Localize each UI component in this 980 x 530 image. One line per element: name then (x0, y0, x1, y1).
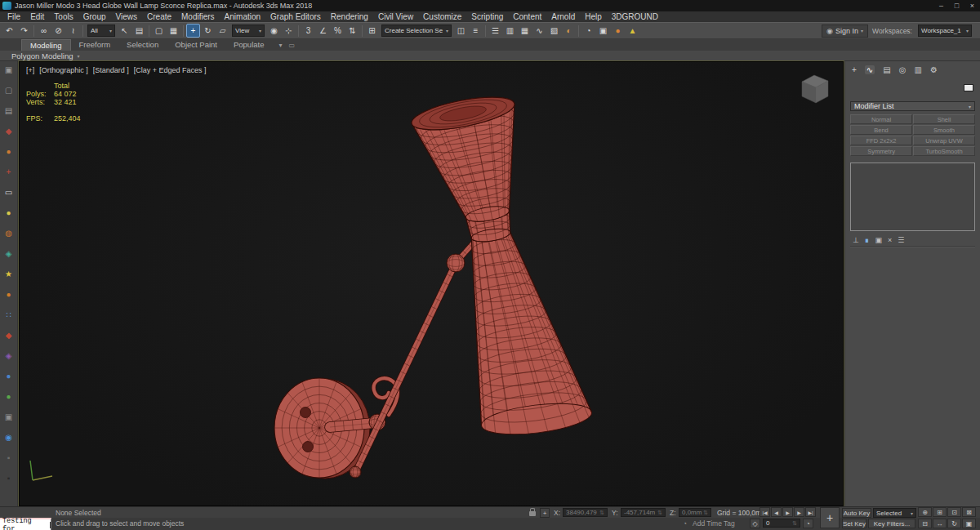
menu-item-arnold[interactable]: Arnold (546, 11, 580, 22)
add-time-tag[interactable]: Add Time Tag (693, 519, 735, 528)
close-button[interactable]: × (964, 0, 980, 11)
ribbon-config-dropdown-icon[interactable]: ▾ (278, 42, 282, 49)
x-coordinate-field[interactable]: 38490,479 (563, 508, 608, 517)
viewport-pov-menu[interactable]: [Orthographic ] (39, 66, 88, 74)
menu-item-scripting[interactable]: Scripting (466, 11, 508, 22)
key-mode-dropdown[interactable]: Selected (873, 508, 916, 518)
menu-item-help[interactable]: Help (580, 11, 607, 22)
snaps-toggle-icon[interactable]: 3 (301, 24, 315, 38)
key-mode-toggle-icon[interactable]: ◇ (750, 519, 760, 528)
modifier-list-dropdown[interactable]: Modifier List (850, 101, 975, 111)
ribbon-tab-selection[interactable]: Selection (118, 39, 167, 51)
left-tool-2-icon[interactable]: ▢ (3, 85, 15, 96)
menu-item-create[interactable]: Create (142, 11, 176, 22)
use-pivot-point-center-icon[interactable]: ◉ (267, 24, 281, 38)
named-selection-sets-dropdown[interactable]: Create Selection Se (381, 24, 452, 37)
modifier-set-button-shell[interactable]: Shell (913, 114, 975, 124)
menu-item-edit[interactable]: Edit (25, 11, 49, 22)
left-tool-21-icon[interactable]: ▪ (3, 473, 15, 483)
percent-snap-toggle-icon[interactable]: % (331, 24, 345, 38)
pin-stack-icon[interactable]: ⊥ (853, 236, 859, 244)
menu-item-views[interactable]: Views (111, 11, 143, 22)
menu-item-customize[interactable]: Customize (418, 11, 466, 22)
material-editor-icon[interactable]: ◐ (562, 24, 576, 38)
modifier-set-button-normal[interactable]: Normal (850, 114, 912, 124)
modifier-stack[interactable] (850, 163, 975, 231)
make-unique-icon[interactable]: ▣ (875, 236, 883, 244)
modifier-set-button-ffd-2x2x2[interactable]: FFD 2x2x2 (850, 136, 912, 145)
minimize-button[interactable]: – (933, 0, 949, 11)
utilities-tab-icon[interactable]: ⚙ (930, 65, 938, 74)
left-tool-19-icon[interactable]: ◉ (3, 432, 15, 443)
viewport-shading-menu[interactable]: [Clay + Edged Faces ] (134, 66, 207, 74)
sign-in-button[interactable]: ◉ Sign In (822, 24, 868, 38)
menu-item-tools[interactable]: Tools (49, 11, 78, 22)
menu-item-rendering[interactable]: Rendering (326, 11, 373, 22)
left-tool-13-icon[interactable]: ∷ (3, 310, 15, 320)
workspace-dropdown[interactable]: Workspace_1 (918, 24, 972, 37)
mirror-icon[interactable]: ◫ (454, 24, 468, 38)
left-tool-18-icon[interactable]: ▣ (3, 412, 15, 422)
select-and-scale-icon[interactable]: ▱ (216, 24, 229, 38)
toggle-ribbon-icon[interactable]: ▦ (518, 24, 532, 38)
viewport-style-menu[interactable]: [Standard ] (93, 66, 129, 74)
show-end-result-icon[interactable]: ∎ (865, 236, 870, 244)
toggle-scene-explorer-icon[interactable]: ☰ (488, 24, 502, 38)
ribbon-tab-modeling[interactable]: Modeling (21, 39, 71, 51)
configure-modifier-sets-icon[interactable]: ☰ (898, 236, 904, 244)
angle-snap-toggle-icon[interactable]: ∠ (316, 24, 330, 38)
select-and-rotate-icon[interactable]: ↻ (201, 24, 215, 38)
ribbon-tab-object-paint[interactable]: Object Paint (167, 39, 225, 51)
curve-editor-icon[interactable]: ∿ (532, 24, 546, 38)
left-tool-6-icon[interactable]: + (3, 167, 15, 177)
ribbon-panel-row[interactable]: Polygon Modeling (0, 51, 980, 61)
left-tool-17-icon[interactable]: ● (3, 391, 15, 402)
select-and-manipulate-icon[interactable]: ⊹ (282, 24, 296, 38)
menu-item-modifiers[interactable]: Modifiers (176, 11, 220, 22)
zoom-extents-all-icon[interactable]: ⊠ (962, 507, 976, 517)
pan-view-icon[interactable]: ↔ (933, 519, 947, 528)
set-key-button[interactable]: Set Key (842, 519, 866, 528)
left-tool-5-icon[interactable]: ● (3, 146, 15, 157)
left-tool-3-icon[interactable]: ▤ (3, 105, 15, 116)
select-and-move-icon[interactable]: + (186, 24, 200, 38)
maxscript-mini-listener[interactable]: Testing for (0, 518, 51, 530)
render-setup-icon[interactable]: ◔ (581, 24, 595, 38)
next-frame-icon[interactable]: ▶ (794, 507, 804, 517)
align-icon[interactable]: ≡ (469, 24, 483, 38)
viewport[interactable]: [+] [Orthographic ] [Standard ] [Clay + … (19, 61, 844, 506)
create-tab-icon[interactable]: + (852, 65, 857, 74)
modifier-set-button-turbosmooth[interactable]: TurboSmooth (913, 146, 975, 156)
zoom-all-icon[interactable]: ⊞ (933, 507, 947, 517)
orbit-icon[interactable]: ↻ (947, 519, 961, 528)
lock-selection-icon[interactable] (529, 511, 536, 516)
minimize-ribbon-icon[interactable]: ▭ (288, 42, 295, 49)
reference-coordinate-system-dropdown[interactable]: View (232, 24, 265, 37)
bind-to-space-warp-icon[interactable]: ≀ (66, 24, 80, 38)
motion-tab-icon[interactable]: ◎ (899, 65, 906, 74)
maximize-button[interactable]: □ (949, 0, 964, 11)
spinner-snap-toggle-icon[interactable]: ⇅ (345, 24, 359, 38)
key-filters-button[interactable]: Key Filters... (868, 519, 915, 528)
rectangular-selection-region-icon[interactable]: ▢ (152, 24, 166, 38)
schematic-view-icon[interactable]: ▧ (547, 24, 561, 38)
hierarchy-tab-icon[interactable]: ▤ (883, 65, 890, 74)
menu-item-animation[interactable]: Animation (220, 11, 265, 22)
selection-filter-dropdown[interactable]: All (87, 24, 115, 37)
menu-item-3dground[interactable]: 3DGROUND (607, 11, 663, 22)
menu-item-graph-editors[interactable]: Graph Editors (265, 11, 326, 22)
object-color-swatch[interactable] (964, 84, 973, 91)
previous-frame-icon[interactable]: ◀ (771, 507, 782, 517)
ribbon-tab-populate[interactable]: Populate (225, 39, 273, 51)
zoom-icon[interactable]: ⊕ (918, 507, 932, 517)
redo-icon[interactable]: ↷ (17, 24, 31, 38)
select-and-link-icon[interactable]: ∞ (37, 24, 51, 38)
modifier-set-button-bend[interactable]: Bend (850, 125, 912, 135)
undo-icon[interactable]: ↶ (2, 24, 16, 38)
left-tool-8-icon[interactable]: ● (3, 207, 15, 218)
ribbon-tab-freeform[interactable]: Freeform (71, 39, 119, 51)
zoom-region-icon[interactable]: ⊟ (918, 519, 932, 528)
menu-item-civil-view[interactable]: Civil View (373, 11, 418, 22)
play-animation-icon[interactable]: ▶ (782, 507, 793, 517)
display-tab-icon[interactable]: ▥ (914, 65, 921, 74)
